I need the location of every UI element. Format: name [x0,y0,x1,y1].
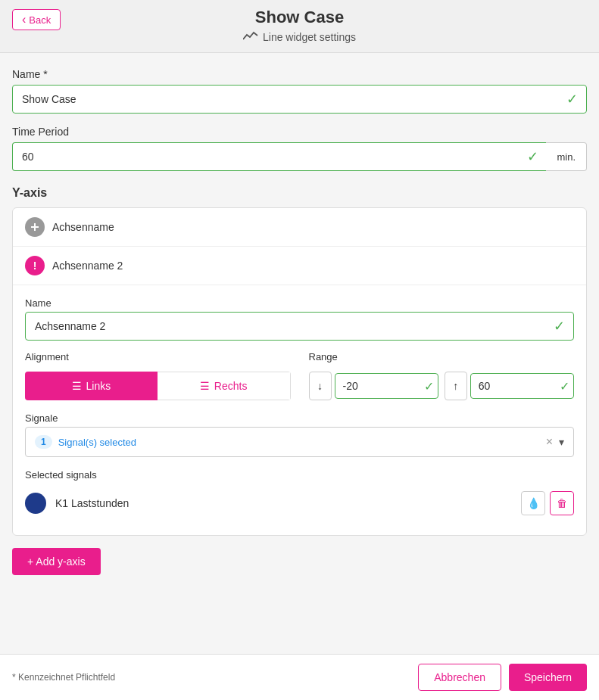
alignment-section: Alignment ☰ Links ☰ Rechts [25,351,291,400]
range-min-check-icon: ✓ [424,379,434,394]
time-period-label: Time Period [12,126,587,138]
main-content: Name * ✓ Time Period ✓ min. Y-axis Achse… [0,53,599,636]
range-max-check-icon: ✓ [560,379,569,394]
line-widget-icon [243,30,258,43]
signal-row: K1 Laststunden 💧 🗑 [25,484,574,523]
selected-signals-label: Selected signals [25,469,574,481]
name-field-wrapper: ✓ [12,85,587,114]
range-max-wrapper: ✓ [470,373,574,399]
dropdown-clear-icon[interactable]: × [546,435,553,449]
signal-left: K1 Laststunden [25,493,129,514]
name-check-icon: ✓ [566,91,578,107]
range-section: Range ↓ ✓ ↑ [309,351,575,400]
header-subtitle: Line widget settings [243,30,356,43]
name-input[interactable] [12,85,587,114]
axis-name-2: Achsenname 2 [52,260,123,272]
signale-dropdown[interactable]: 1 Signal(s) selected × ▾ [25,427,574,457]
axis-name-check-icon: ✓ [554,318,565,334]
range-down-arrow[interactable]: ↓ [309,372,332,400]
signale-label: Signale [25,412,574,424]
range-min-group: ↓ ✓ [309,372,438,400]
align-rechts-label: Rechts [214,380,248,392]
signal-color-dot [25,493,46,514]
signal-count-badge: 1 [35,435,52,449]
time-period-row: ✓ min. [12,142,587,171]
back-label: Back [29,14,51,26]
time-check-icon: ✓ [527,148,538,165]
axis-name-label: Name [25,297,574,309]
axis-name-wrapper: ✓ [25,312,574,341]
selected-signals-section: Selected signals K1 Laststunden 💧 🗑 [25,469,574,523]
signale-selected-wrapper: 1 Signal(s) selected [35,435,136,449]
range-inputs: ↓ ✓ ↑ ✓ [309,372,575,400]
header: Back Show Case Line widget settings [0,0,599,53]
range-label: Range [309,351,575,362]
axis-row-2[interactable]: ! Achsenname 2 [13,247,586,285]
alignment-buttons: ☰ Links ☰ Rechts [25,372,291,400]
footer: * Kennzeichnet Pflichtfeld Abbrechen Spe… [0,654,599,700]
add-yaxis-button[interactable]: + Add y-axis [12,548,101,575]
range-min-wrapper: ✓ [335,373,438,399]
range-max-group: ↑ ✓ [445,372,574,400]
align-right-icon: ☰ [200,380,210,392]
dropdown-controls: × ▾ [546,435,564,449]
align-lines-icon: ☰ [72,380,82,392]
range-up-arrow[interactable]: ↑ [445,372,467,400]
alignment-label: Alignment [25,351,291,362]
align-links-label: Links [86,380,111,392]
subtitle-text: Line widget settings [263,31,356,43]
time-unit-badge: min. [546,142,587,171]
signale-section: Signale 1 Signal(s) selected × ▾ [25,412,574,457]
back-button[interactable]: Back [12,9,61,30]
axis-icon-1 [25,217,45,237]
axis-row-1[interactable]: Achsenname [13,208,586,247]
align-links-button[interactable]: ☰ Links [25,372,158,400]
trash-icon: 🗑 [557,497,567,509]
time-input-wrapper: ✓ [12,142,546,171]
droplet-icon: 💧 [527,497,540,509]
axis-name-input[interactable] [25,312,574,341]
footer-buttons: Abbrechen Speichern [418,664,587,691]
align-range-row: Alignment ☰ Links ☰ Rechts Range [25,351,574,400]
footer-note: * Kennzeichnet Pflichtfeld [12,672,115,683]
add-yaxis-label: + Add y-axis [27,555,86,568]
time-period-input[interactable] [12,142,546,171]
axis-icon-2: ! [25,256,45,275]
range-min-input[interactable] [335,373,438,399]
align-rechts-button[interactable]: ☰ Rechts [158,372,291,400]
cancel-button[interactable]: Abbrechen [418,664,501,691]
signal-delete-button[interactable]: 🗑 [550,491,574,515]
chevron-down-icon[interactable]: ▾ [559,436,564,448]
yaxis-card: Achsenname ! Achsenname 2 Name ✓ Alignme… [12,207,587,536]
signal-selected-text: Signal(s) selected [58,437,136,448]
signal-name-text: K1 Laststunden [55,497,129,509]
axis-name-1: Achsenname [52,221,114,233]
name-label: Name * [12,68,587,80]
signal-actions: 💧 🗑 [521,491,574,515]
signal-color-button[interactable]: 💧 [521,491,545,515]
page-title: Show Case [255,8,344,27]
yaxis-section-title: Y-axis [12,186,587,200]
range-max-input[interactable] [470,373,574,399]
axis-expanded-panel: Name ✓ Alignment ☰ Links ☰ [13,285,586,535]
save-button[interactable]: Speichern [509,664,587,691]
